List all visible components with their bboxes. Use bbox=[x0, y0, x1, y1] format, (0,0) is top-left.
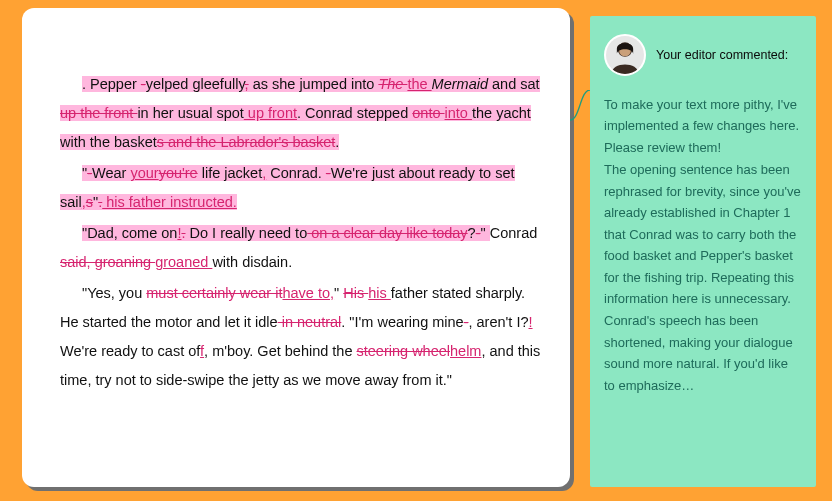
comment-connector bbox=[570, 90, 590, 126]
paragraph-4[interactable]: "Yes, you must certainly wear ithave to,… bbox=[60, 279, 544, 395]
comment-text: To make your text more pithy, I've imple… bbox=[604, 94, 802, 158]
highlight-run: "-Wear youryou're life jacket, Conrad. -… bbox=[60, 165, 515, 210]
paragraph-2[interactable]: "-Wear youryou're life jacket, Conrad. -… bbox=[60, 159, 544, 217]
avatar-icon bbox=[606, 36, 644, 74]
comment-header-label: Your editor commented: bbox=[656, 45, 788, 66]
comment-text: The opening sentence has been rephrased … bbox=[604, 159, 802, 309]
text-run: Conrad bbox=[490, 225, 538, 241]
highlight-run: . Pepper -yelped gleefully, as she jumpe… bbox=[60, 76, 540, 150]
highlight-run: "Dad, come on!. Do I really need to on a… bbox=[82, 225, 490, 241]
paragraph-1[interactable]: . Pepper -yelped gleefully, as she jumpe… bbox=[60, 70, 544, 157]
paragraph-3[interactable]: "Dad, come on!. Do I really need to on a… bbox=[60, 219, 544, 277]
comment-text: Conrad's speech has been shortened, maki… bbox=[604, 310, 802, 396]
document-editor[interactable]: . Pepper -yelped gleefully, as she jumpe… bbox=[22, 8, 570, 487]
editor-comment-panel[interactable]: Your editor commented: To make your text… bbox=[590, 16, 816, 487]
comment-header: Your editor commented: bbox=[604, 34, 802, 76]
avatar bbox=[604, 34, 646, 76]
comment-body: To make your text more pithy, I've imple… bbox=[604, 94, 802, 396]
